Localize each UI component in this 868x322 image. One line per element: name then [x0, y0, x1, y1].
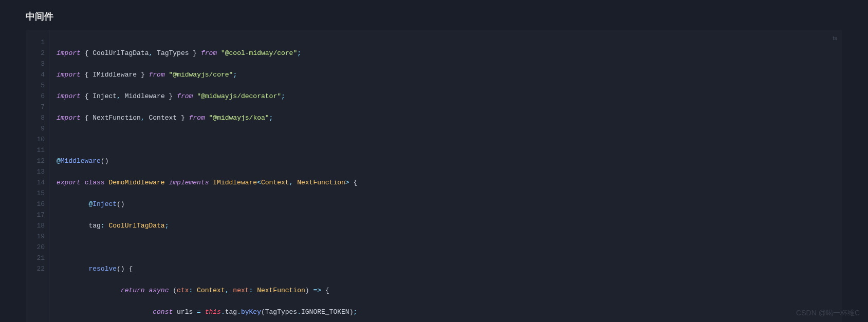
line-number: 13: [26, 166, 45, 177]
watermark: CSDN @喝一杯维C: [796, 309, 860, 318]
line-number: 2: [26, 48, 45, 59]
code-line: import { Inject, Middleware } from "@mid…: [57, 91, 837, 102]
line-number: 21: [26, 253, 45, 263]
line-number: 9: [26, 123, 45, 134]
line-number: 8: [26, 112, 45, 123]
line-number: 7: [26, 102, 45, 112]
line-number: 12: [26, 156, 45, 166]
line-number: 18: [26, 220, 45, 231]
code-content[interactable]: import { CoolUrlTagData, TagTypes } from…: [49, 30, 842, 322]
line-number: 10: [26, 134, 45, 145]
section-title: 中间件: [0, 0, 868, 30]
line-number: 6: [26, 91, 45, 102]
code-line: import { IMiddleware } from "@midwayjs/c…: [57, 69, 837, 80]
line-number: 1: [26, 37, 45, 48]
line-number: 20: [26, 242, 45, 253]
code-line: import { NextFunction, Context } from "@…: [57, 112, 837, 123]
code-line: resolve() {: [57, 263, 837, 274]
code-line: @Inject(): [57, 199, 837, 210]
line-number: 15: [26, 188, 45, 199]
code-line: tag: CoolUrlTagData;: [57, 220, 837, 231]
line-number: 19: [26, 231, 45, 242]
code-line: @Middleware(): [57, 156, 837, 166]
code-line: [57, 134, 837, 145]
line-number-gutter: 1 2 3 4 5 6 7 8 9 10 11 12 13 14 15 16 1…: [26, 30, 49, 322]
line-number: 14: [26, 177, 45, 188]
line-number: 5: [26, 80, 45, 91]
line-number: 4: [26, 69, 45, 80]
line-number: 3: [26, 59, 45, 69]
code-line: const urls = this.tag.byKey(TagTypes.IGN…: [57, 307, 837, 317]
line-number: 16: [26, 199, 45, 210]
code-line: import { CoolUrlTagData, TagTypes } from…: [57, 48, 837, 59]
language-tag: ts: [833, 33, 837, 44]
code-line: return async (ctx: Context, next: NextFu…: [57, 285, 837, 296]
line-number: 17: [26, 210, 45, 220]
code-line: export class DemoMiddleware implements I…: [57, 177, 837, 188]
line-number: 11: [26, 145, 45, 156]
code-line: [57, 242, 837, 253]
line-number: 22: [26, 263, 45, 274]
code-block: ts 1 2 3 4 5 6 7 8 9 10 11 12 13 14 15 1…: [26, 30, 842, 322]
